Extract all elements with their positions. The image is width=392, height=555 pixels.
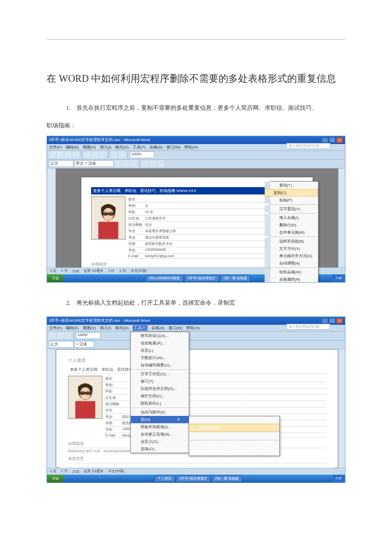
macro-security[interactable]: 安全性(S)... bbox=[189, 432, 279, 439]
close-button[interactable]: × bbox=[336, 137, 343, 143]
menu-file-2[interactable]: 文件(F) bbox=[49, 325, 62, 331]
menu-insert[interactable]: 插入(I) bbox=[100, 145, 112, 150]
menu-tools[interactable]: 工具(T) bbox=[133, 145, 146, 150]
menu-edit-2[interactable]: 编辑(E) bbox=[66, 325, 79, 331]
menu-edit[interactable]: 编辑(E) bbox=[66, 145, 79, 150]
macro-record[interactable]: 录制新宏(R)... bbox=[189, 424, 279, 432]
menu-table[interactable]: 表格(A) bbox=[149, 145, 163, 150]
align-right-button[interactable] bbox=[157, 160, 164, 167]
scrollbar-vertical[interactable] bbox=[338, 169, 345, 267]
underline-button[interactable] bbox=[130, 160, 137, 167]
menu-view[interactable]: 视图(V) bbox=[83, 145, 96, 150]
window-title-2: 2学号+姓名WORD文字处理技术文档.doc - Microsoft Word bbox=[49, 318, 150, 323]
close-button-2[interactable]: × bbox=[336, 318, 343, 324]
taskbar-item-c[interactable]: 2第一章 实验题 bbox=[212, 475, 242, 482]
open-button-2[interactable] bbox=[57, 332, 64, 339]
cut-button[interactable] bbox=[84, 151, 91, 158]
tools-mail[interactable]: 信函与邮件(E) bbox=[131, 409, 189, 416]
print-button[interactable] bbox=[73, 151, 79, 158]
tools-templates[interactable]: 模板和加载项(I)... bbox=[131, 423, 189, 431]
menu-bar: 文件(F) 编辑(E) 视图(V) 插入(I) 格式(O) 工具(T) 表格(A… bbox=[49, 144, 198, 150]
italic-button[interactable] bbox=[122, 160, 129, 167]
menu-format[interactable]: 格式(O) bbox=[115, 145, 129, 150]
tools-customize[interactable]: 自定义(C)... bbox=[131, 438, 189, 445]
save-button-2[interactable] bbox=[65, 332, 72, 339]
tools-autocorrect[interactable]: 自动更正选项(A)... bbox=[131, 431, 189, 438]
ctx-delete-row[interactable]: 删除行(D) bbox=[265, 221, 318, 229]
ctx-text-dir[interactable]: 文字方向(X) bbox=[265, 245, 318, 252]
start-button-2[interactable]: 开始 bbox=[47, 475, 64, 483]
tools-spelling[interactable]: 拼写和语法(S)... bbox=[131, 332, 189, 339]
font-combo[interactable]: 宋文 + 汉体 bbox=[74, 160, 114, 167]
menu-file[interactable]: 文件(F) bbox=[49, 145, 62, 150]
scrollbar-vertical-2[interactable] bbox=[338, 349, 345, 468]
ctx-table-props[interactable]: 表格属性(R) bbox=[265, 276, 318, 283]
align-center-button[interactable] bbox=[149, 160, 156, 167]
style-combo-2[interactable]: 正文 bbox=[49, 341, 74, 348]
menu-window[interactable]: 窗口(W) bbox=[167, 145, 181, 150]
ctx-paste[interactable]: 粘贴(P) bbox=[265, 196, 318, 204]
menu-help-2[interactable]: 帮助(H) bbox=[186, 325, 199, 331]
tools-sharedws[interactable]: 共享工作区(D)... bbox=[131, 370, 189, 378]
help-search-2[interactable]: 键入需要帮助的问题 bbox=[286, 324, 330, 330]
tools-compare[interactable]: 比较并合并文档(D)... bbox=[131, 385, 189, 392]
tools-research[interactable]: 信息检索(R)... bbox=[131, 339, 189, 347]
redo-button[interactable] bbox=[119, 151, 125, 158]
tools-language[interactable]: 语言(L) bbox=[131, 347, 189, 354]
tools-track[interactable]: 修订(T) bbox=[131, 378, 189, 385]
tools-options[interactable]: 选项(O)... bbox=[131, 445, 189, 453]
ctx-reconvert[interactable]: 汉字重选(V) bbox=[265, 205, 318, 213]
tools-protect[interactable]: 保护文档(C)... bbox=[131, 392, 189, 400]
ctx-cut[interactable]: 剪切(T) bbox=[265, 182, 318, 189]
tools-autosummary[interactable]: 自动编写摘要(U)... bbox=[131, 362, 189, 369]
ctx-insert-table[interactable]: 插入表格(I) bbox=[265, 214, 318, 221]
macro-script[interactable]: Microsoft 脚本编辑器(E)Alt+Shift+F11 bbox=[189, 448, 279, 456]
minimize-button[interactable]: - bbox=[321, 137, 328, 143]
tools-wordcount[interactable]: 字数统计(W)... bbox=[131, 354, 189, 362]
minimize-button-2[interactable]: - bbox=[321, 318, 328, 324]
ctx-merge-cells[interactable]: 合并单元格(M) bbox=[265, 229, 318, 236]
taskbar-item-b[interactable]: 3学号+姓名课程文 bbox=[176, 475, 211, 482]
bold-button[interactable] bbox=[115, 160, 122, 167]
align-left-button[interactable] bbox=[142, 160, 148, 167]
save-button[interactable] bbox=[65, 151, 72, 158]
maximize-button[interactable]: □ bbox=[329, 137, 336, 143]
taskbar-item-1[interactable]: DELL20080818新建 bbox=[146, 275, 183, 282]
taskbar-item-3[interactable]: 2第一章 实验题 bbox=[220, 275, 250, 282]
ctx-borders[interactable]: 边框和底纹(B) bbox=[265, 238, 318, 245]
formatting-toolbar-2: 正文 + 汉体 bbox=[47, 340, 345, 349]
ctx-draw-table[interactable]: 绘制表格(W) bbox=[265, 268, 318, 276]
new-doc-button-2[interactable] bbox=[49, 332, 56, 339]
new-doc-button[interactable] bbox=[49, 151, 56, 158]
menu-help[interactable]: 帮助(H) bbox=[184, 145, 197, 150]
font-combo-2[interactable]: + 汉体 bbox=[74, 341, 94, 348]
start-button[interactable]: 开始 bbox=[47, 274, 64, 282]
help-search[interactable]: 键入需要帮助的问题 bbox=[286, 143, 330, 149]
menu-insert-2[interactable]: 插入(I) bbox=[100, 325, 112, 331]
macro-vbe[interactable]: Visual Basic 编辑器(V)Alt+F11 bbox=[189, 441, 279, 448]
menu-tools-2[interactable]: 工具(T) bbox=[133, 325, 147, 331]
zoom-combo-2[interactable]: 100% bbox=[76, 332, 100, 339]
ctx-cell-align[interactable]: 单元格对齐方式(G) bbox=[265, 252, 318, 260]
tools-online[interactable]: 联机协作(L) bbox=[131, 400, 189, 407]
undo-button[interactable] bbox=[111, 151, 118, 158]
menu-format-2[interactable]: 格式(O) bbox=[115, 325, 129, 331]
maximize-button-2[interactable]: □ bbox=[329, 318, 336, 324]
taskbar-item-2[interactable]: 3学号+姓名课程文 bbox=[184, 275, 219, 282]
copy-button[interactable] bbox=[92, 151, 98, 158]
ctx-autofit[interactable]: 自动调整(A) bbox=[265, 260, 318, 267]
menu-window-2[interactable]: 窗口(W) bbox=[169, 325, 183, 331]
paste-button[interactable] bbox=[99, 151, 106, 158]
status-bar-2: 1 页 1 节 1/10 位置 3.6厘米 中文(中国) bbox=[47, 468, 345, 475]
style-combo[interactable]: 正文 bbox=[49, 160, 74, 167]
ctx-copy[interactable]: 复制(C) bbox=[265, 189, 318, 196]
zoom-combo[interactable]: 100% bbox=[130, 151, 154, 158]
article-title: 在 WORD 中如何利用宏程序删除不需要的多处表格形式的重复信息 bbox=[47, 69, 345, 88]
taskbar-item-a[interactable]: 个人简历 bbox=[154, 475, 175, 482]
tools-macro[interactable]: 宏(M)▸ 宏(M)...Alt+F8 录制新宏(R)... 安全性(S)...… bbox=[131, 416, 189, 423]
macro-macros[interactable]: 宏(M)...Alt+F8 bbox=[189, 416, 279, 424]
menu-view-2[interactable]: 视图(V) bbox=[83, 325, 96, 331]
document-area: 更多个人简历网、求职信、面试技巧、职场指南 WWW.XXX bbox=[56, 169, 338, 267]
menu-table-2[interactable]: 表格(A) bbox=[151, 325, 165, 331]
open-button[interactable] bbox=[57, 151, 64, 158]
